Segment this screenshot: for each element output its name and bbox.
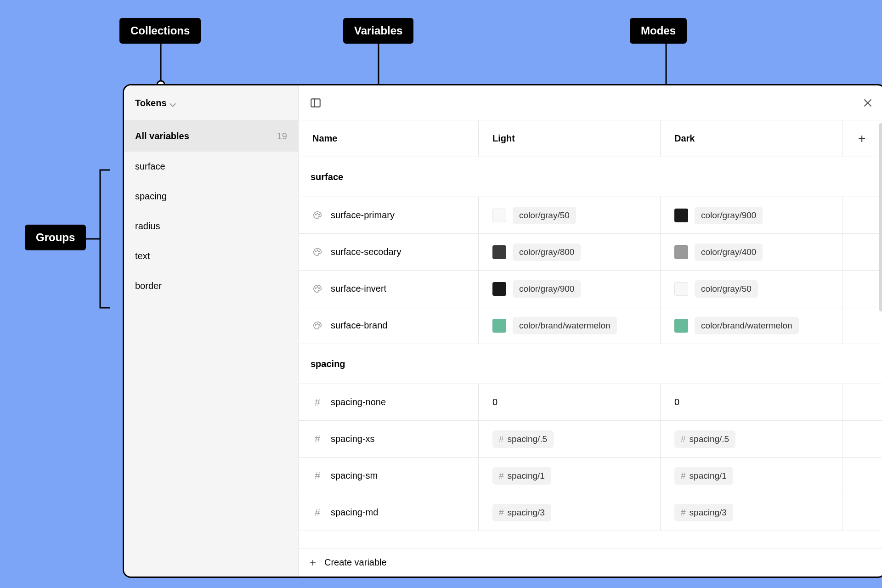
hash-icon: # (681, 434, 686, 444)
cell-value-dark[interactable]: #spacing/1 (661, 458, 842, 494)
svg-point-16 (315, 288, 316, 288)
alias-pill: #spacing/.5 (492, 430, 554, 448)
sidebar-group-item[interactable]: surface (124, 152, 298, 181)
raw-value: 0 (674, 397, 679, 407)
svg-point-12 (319, 214, 320, 215)
collection-dropdown[interactable]: Tokens (124, 85, 298, 120)
header-mode-light[interactable]: Light (479, 120, 661, 157)
header-mode-dark[interactable]: Dark (661, 120, 842, 157)
cell-value-dark[interactable]: color/gray/900 (661, 197, 842, 233)
alias-pill: color/brand/watermelon (695, 317, 799, 334)
cell-value-light[interactable]: #spacing/3 (479, 494, 661, 531)
scrollbar-thumb[interactable] (879, 123, 882, 311)
variable-name: spacing-xs (331, 434, 375, 444)
table-body: surface surface-primarycolor/gray/50colo… (299, 157, 882, 548)
table-header: Name Light Dark + (299, 120, 882, 157)
cell-value-light[interactable]: #spacing/1 (479, 458, 661, 494)
cell-value-light[interactable]: #spacing/.5 (479, 421, 661, 457)
hash-icon: # (499, 471, 504, 481)
annotation-label: Variables (343, 18, 413, 44)
alias-pill: color/gray/800 (513, 243, 581, 261)
svg-point-15 (319, 251, 320, 252)
sidebar-group-item[interactable]: text (124, 241, 298, 271)
variable-name: spacing-none (331, 397, 386, 407)
svg-point-21 (319, 324, 320, 325)
cell-value-light[interactable]: color/gray/800 (479, 234, 661, 270)
cell-name: surface-secodary (299, 234, 479, 270)
variable-row[interactable]: surface-primarycolor/gray/50color/gray/9… (299, 197, 882, 233)
hash-icon: # (499, 508, 504, 518)
variable-name: spacing-md (331, 507, 378, 518)
color-swatch (492, 319, 506, 333)
svg-point-19 (315, 324, 316, 325)
color-swatch (492, 245, 506, 259)
cell-value-dark[interactable]: #spacing/3 (661, 494, 842, 531)
hash-icon: # (681, 508, 686, 518)
variable-row[interactable]: #spacing-none00 (299, 384, 882, 420)
cell-value-dark[interactable]: color/gray/50 (661, 271, 842, 307)
sidebar-all-variables[interactable]: All variables 19 (124, 120, 298, 152)
alias-text: spacing/3 (690, 508, 727, 518)
variable-row[interactable]: #spacing-md#spacing/3#spacing/3 (299, 494, 882, 531)
variable-row[interactable]: surface-secodarycolor/gray/800color/gray… (299, 233, 882, 270)
alias-text: spacing/1 (508, 471, 545, 481)
svg-point-13 (315, 251, 316, 252)
sidebar-group-item[interactable]: border (124, 271, 298, 301)
variable-row[interactable]: surface-brandcolor/brand/watermeloncolor… (299, 307, 882, 344)
raw-value: 0 (492, 397, 498, 407)
svg-point-20 (317, 323, 318, 324)
cell-value-dark[interactable]: 0 (661, 384, 842, 420)
variable-name: surface-invert (331, 283, 386, 294)
variable-count: 19 (277, 131, 287, 141)
alias-text: spacing/1 (690, 471, 727, 481)
number-type-icon: # (312, 508, 322, 518)
variable-group: spacing#spacing-none00#spacing-xs#spacin… (299, 344, 882, 531)
cell-name: surface-primary (299, 197, 479, 233)
cell-value-light[interactable]: 0 (479, 384, 661, 420)
svg-rect-6 (311, 99, 320, 107)
svg-point-10 (315, 214, 316, 215)
hash-icon: # (681, 471, 686, 481)
variable-name: spacing-sm (331, 470, 378, 481)
color-swatch (492, 282, 506, 296)
cell-value-light[interactable]: color/brand/watermelon (479, 307, 661, 344)
alias-pill: #spacing/.5 (674, 430, 735, 448)
alias-pill: #spacing/1 (674, 467, 733, 485)
color-swatch (674, 282, 688, 296)
cell-value-light[interactable]: color/gray/50 (479, 197, 661, 233)
cell-value-dark[interactable]: #spacing/.5 (661, 421, 842, 457)
cell-trailing (842, 494, 882, 531)
alias-text: spacing/.5 (508, 434, 548, 444)
svg-point-18 (319, 288, 320, 288)
alias-pill: color/gray/900 (513, 280, 581, 298)
close-icon[interactable] (862, 97, 874, 109)
variable-name: surface-primary (331, 210, 395, 220)
alias-pill: color/gray/50 (695, 280, 758, 298)
color-swatch (674, 319, 688, 333)
sidebar-group-item[interactable]: spacing (124, 181, 298, 211)
cell-value-dark[interactable]: color/gray/400 (661, 234, 842, 270)
number-type-icon: # (312, 434, 322, 444)
alias-pill: #spacing/1 (492, 467, 551, 485)
add-mode-button[interactable]: + (842, 120, 882, 157)
annotation-label: Groups (25, 225, 86, 250)
sidebar: Tokens All variables 19 surfacespacingra… (124, 85, 299, 577)
variable-group: surface surface-primarycolor/gray/50colo… (299, 157, 882, 344)
chevron-down-icon (170, 100, 177, 106)
panel-layout-icon[interactable] (310, 97, 322, 109)
color-swatch (492, 209, 506, 222)
plus-icon: + (310, 556, 316, 569)
create-variable-button[interactable]: + Create variable (299, 548, 882, 577)
alias-pill: #spacing/3 (492, 504, 551, 521)
cell-name: surface-brand (299, 307, 479, 344)
cell-value-dark[interactable]: color/brand/watermelon (661, 307, 842, 344)
cell-value-light[interactable]: color/gray/900 (479, 271, 661, 307)
sidebar-group-item[interactable]: radius (124, 211, 298, 241)
color-swatch (674, 245, 688, 259)
variable-row[interactable]: surface-invertcolor/gray/900color/gray/5… (299, 270, 882, 307)
svg-point-14 (317, 249, 318, 250)
annotation-label: Collections (119, 18, 201, 44)
variable-row[interactable]: #spacing-xs#spacing/.5#spacing/.5 (299, 420, 882, 457)
variable-row[interactable]: #spacing-sm#spacing/1#spacing/1 (299, 457, 882, 494)
number-type-icon: # (312, 397, 322, 407)
